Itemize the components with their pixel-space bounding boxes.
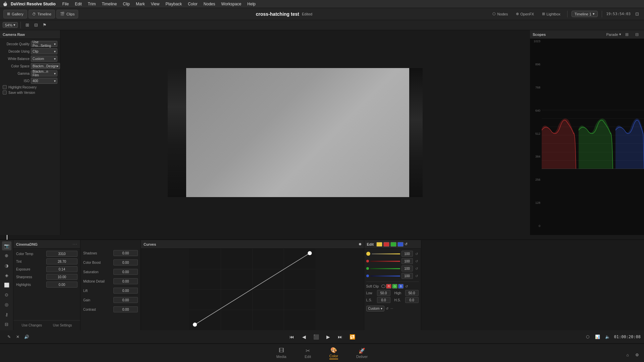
wheel-y-reset[interactable]: ↺: [414, 251, 419, 256]
soft-clip-g-btn[interactable]: G: [392, 284, 397, 289]
color-space-dropdown[interactable]: Blackm...Design ▾: [31, 63, 60, 69]
fullscreen-button[interactable]: ⊡: [633, 10, 641, 18]
menu-item-color[interactable]: Color: [185, 1, 200, 7]
menu-item-playback[interactable]: Playback: [163, 1, 184, 7]
wheel-g-reset[interactable]: ↺: [414, 266, 419, 271]
openfx-button[interactable]: ⊕ OpenFX: [513, 10, 537, 18]
menu-item-view[interactable]: View: [148, 1, 162, 7]
iso-dropdown[interactable]: 400 ▾: [31, 78, 57, 84]
wheel-r-value[interactable]: 100: [401, 258, 413, 264]
save-with-version-checkbox[interactable]: [3, 90, 7, 95]
contrast-value[interactable]: 0.00: [113, 306, 138, 312]
settings-btn[interactable]: ⚙: [633, 351, 641, 359]
scrubber-handle[interactable]: [7, 235, 7, 240]
color-key-btn[interactable]: ⚷: [2, 310, 11, 319]
menu-item-clip[interactable]: Clip: [120, 1, 132, 7]
play-back-btn[interactable]: ◀: [299, 332, 309, 342]
color-tracker-btn[interactable]: ⊙: [2, 290, 11, 299]
scopes-grid-btn[interactable]: ⊞: [623, 30, 631, 39]
edit-b-btn[interactable]: [397, 242, 404, 247]
custom-reset-btn[interactable]: ↺: [386, 307, 388, 310]
menu-item-edit[interactable]: Edit: [72, 1, 85, 7]
edit-reset-btn[interactable]: ↺: [405, 242, 408, 246]
sc-low-value[interactable]: 50.0: [377, 290, 390, 296]
sc-ls-value[interactable]: 0.0: [377, 297, 390, 303]
edit-g-btn[interactable]: [390, 242, 396, 247]
tool-x-btn[interactable]: ✕: [14, 333, 21, 341]
menu-item-nodes[interactable]: Nodes: [201, 1, 218, 7]
scrubber-bar[interactable]: [0, 235, 644, 240]
transport-options-btn[interactable]: ⬡: [584, 333, 591, 341]
clips-button[interactable]: 🎬 Clips: [56, 10, 78, 18]
transport-chart-btn[interactable]: 📊: [594, 333, 601, 341]
curves-content[interactable]: [141, 249, 364, 330]
viewer-grid-btn[interactable]: ⊟: [32, 21, 40, 29]
color-boost-value[interactable]: 0.00: [113, 259, 138, 265]
loop-btn[interactable]: 🔁: [347, 332, 357, 342]
gain-value[interactable]: 0.00: [113, 297, 138, 303]
tool-audio-btn[interactable]: 🔊: [23, 333, 30, 341]
tab-color[interactable]: 🎨 Color: [325, 345, 342, 361]
color-blur-btn[interactable]: ◎: [2, 300, 11, 309]
soft-clip-link-btn[interactable]: [381, 285, 385, 288]
wheel-r-reset[interactable]: ↺: [414, 259, 419, 263]
wheel-b-reset[interactable]: ↺: [414, 274, 419, 278]
wheel-g-value[interactable]: 100: [401, 265, 413, 272]
menu-item-workspace[interactable]: Workspace: [219, 1, 244, 7]
color-camera-btn[interactable]: 📷: [2, 241, 11, 250]
white-balance-dropdown[interactable]: Custom ▾: [31, 56, 57, 62]
custom-dropdown[interactable]: Custom ▾: [366, 306, 384, 311]
edit-r-btn[interactable]: [383, 242, 389, 247]
scopes-options-btn[interactable]: ⊟: [633, 30, 641, 39]
decode-using-dropdown[interactable]: Clip ▾: [31, 48, 57, 54]
nodes-button[interactable]: ⬡ Nodes: [490, 10, 511, 18]
menu-item-mark[interactable]: Mark: [133, 1, 148, 7]
menu-item-help[interactable]: Help: [245, 1, 258, 7]
transport-speaker-btn[interactable]: 🔈: [604, 333, 611, 341]
stop-btn[interactable]: ⬛: [311, 332, 321, 342]
tab-deliver[interactable]: 🚀 Deliver: [352, 346, 372, 360]
parade-dropdown[interactable]: Parade ▾: [606, 32, 621, 37]
lift-value[interactable]: 0.00: [113, 288, 138, 294]
color-qualif-btn[interactable]: ◈: [2, 271, 11, 280]
color-stereo-btn[interactable]: ⊟: [2, 320, 11, 329]
soft-clip-r-btn[interactable]: R: [386, 284, 391, 289]
timeline-selector[interactable]: Timeline 1 ▾: [572, 11, 598, 17]
wheel-y-track[interactable]: [372, 253, 400, 254]
use-settings-button[interactable]: Use Settings: [51, 323, 74, 328]
play-btn[interactable]: ▶: [323, 332, 333, 342]
timeline-button[interactable]: ⏱ Timeline: [29, 10, 55, 18]
menu-item-timeline[interactable]: Timeline: [99, 1, 119, 7]
viewer-flag-btn[interactable]: ⚑: [41, 21, 48, 29]
color-curves-btn[interactable]: ◑: [2, 261, 11, 270]
wheel-b-track[interactable]: [370, 276, 400, 277]
tool-pointer-btn[interactable]: ✎: [5, 333, 13, 341]
color-windows-btn[interactable]: ⬜: [2, 281, 11, 290]
gamma-dropdown[interactable]: Blackm...n Film ▾: [31, 70, 57, 76]
wheel-b-value[interactable]: 100: [401, 273, 413, 279]
midtone-detail-value[interactable]: 0.00: [113, 278, 138, 284]
use-changes-button[interactable]: Use Changes: [19, 323, 44, 328]
home-btn[interactable]: ⌂: [624, 351, 631, 359]
sharpness-value[interactable]: 10.00: [46, 274, 77, 280]
decode-quality-dropdown[interactable]: Use Pro...Setting ▾: [31, 41, 57, 47]
wheel-y-value[interactable]: 100: [401, 251, 413, 257]
wheel-g-track[interactable]: [370, 268, 400, 269]
zoom-selector[interactable]: 54% ▾: [3, 22, 18, 28]
gallery-button[interactable]: ⊞ Gallery: [3, 10, 27, 18]
soft-clip-reset[interactable]: ↺: [405, 285, 408, 288]
color-temp-value[interactable]: 3310: [46, 251, 77, 257]
menu-item-file[interactable]: File: [60, 1, 71, 7]
shadows-value[interactable]: 0.00: [113, 250, 138, 256]
soft-clip-b-btn[interactable]: B: [398, 284, 404, 289]
color-wheels-btn[interactable]: ⊕: [2, 251, 11, 260]
highlight-recovery-checkbox[interactable]: [3, 85, 7, 89]
skip-to-start-btn[interactable]: ⏮: [287, 332, 297, 342]
tint-value[interactable]: 28.70: [46, 258, 77, 264]
sc-high-value[interactable]: 50.0: [405, 290, 419, 296]
lightbox-button[interactable]: ⊞ Lightbox: [539, 10, 563, 18]
custom-dots[interactable]: ···: [390, 307, 393, 310]
exposure-value[interactable]: 0.14: [46, 266, 77, 272]
saturation-value[interactable]: 0.00: [113, 269, 138, 275]
menu-item-trim[interactable]: Trim: [85, 1, 99, 7]
